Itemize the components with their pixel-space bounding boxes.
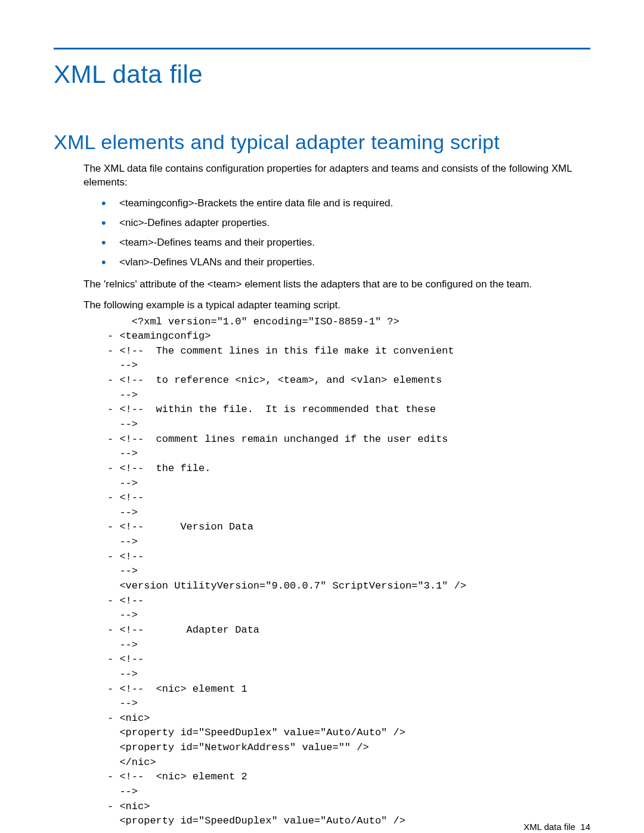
list-item: <team>-Defines teams and their propertie… — [83, 236, 590, 250]
body-content: The XML data file contains configuration… — [83, 162, 590, 829]
section-title: XML elements and typical adapter teaming… — [54, 131, 590, 154]
page-title: XML data file — [54, 60, 590, 89]
document-page: XML data file XML elements and typical a… — [0, 0, 644, 833]
list-item: <nic>-Defines adapter properties. — [83, 216, 590, 230]
xml-code-block: <?xml version="1.0" encoding="ISO-8859-1… — [107, 315, 590, 829]
footer-label: XML data file — [524, 822, 575, 832]
relnics-paragraph: The 'relnics' attribute of the <team> el… — [83, 278, 590, 292]
list-item: <vlan>-Defines VLANs and their propertie… — [83, 256, 590, 270]
intro-paragraph: The XML data file contains configuration… — [83, 162, 590, 190]
footer-page-number: 14 — [580, 822, 590, 832]
example-intro-paragraph: The following example is a typical adapt… — [83, 299, 590, 312]
horizontal-rule — [54, 48, 590, 49]
xml-elements-list: <teamingconfig>-Brackets the entire data… — [83, 197, 590, 270]
list-item: <teamingconfig>-Brackets the entire data… — [83, 197, 590, 210]
page-footer: XML data file 14 — [524, 822, 590, 832]
